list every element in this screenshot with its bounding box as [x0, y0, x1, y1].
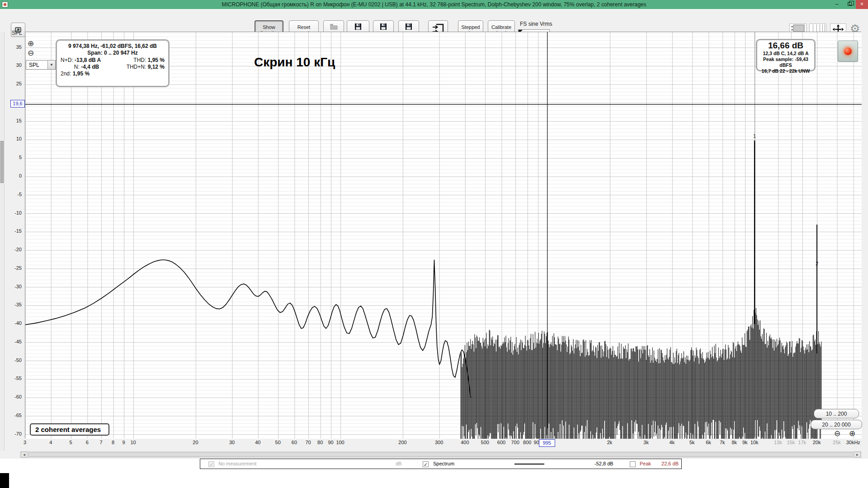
y-tick-label: -45	[5, 339, 22, 344]
x-tick-label: 300	[429, 440, 449, 445]
folder-icon	[330, 23, 338, 30]
restore-icon	[848, 2, 852, 6]
y-tick-label: -25	[5, 265, 22, 271]
x-tick-label: 10k	[745, 440, 764, 445]
app-window: MICROPHONE (Общая громкость) R on Микроф…	[0, 0, 868, 488]
peak-level-value: 22,6 dB	[643, 461, 679, 466]
x-tick-label: 400	[455, 440, 475, 445]
y-tick-label: -50	[5, 357, 22, 363]
level-weighted-values: 12,3 dB C, 14,2 dB A	[757, 51, 814, 56]
no-measurement-label: No measurement	[218, 461, 256, 466]
x-tick-label: 100	[330, 440, 350, 445]
y-tick-label: -5	[5, 192, 22, 197]
spectrum-label: Spectrum	[433, 461, 454, 466]
measurement-info-box: 9 974,38 Hz, -61,02 dBFS, 16,62 dB Span:…	[56, 39, 170, 87]
span-line: Span: 0 .. 20 947 Hz	[61, 50, 165, 56]
spectrum-plot-area[interactable]: 12	[25, 32, 861, 438]
spectrum-level-value: -52,8 dB	[594, 461, 613, 466]
floppy-icon	[406, 23, 412, 30]
x-tick-label: 4	[41, 440, 61, 445]
scale-mode-dropdown[interactable]: SPL ▼	[26, 60, 56, 70]
nd-row: N+D: -13,8 dB A	[61, 57, 113, 64]
zoom-out-x-button[interactable]: ⊖	[834, 430, 840, 437]
zoom-in-button[interactable]: ⊕	[28, 40, 34, 47]
window-corner-block	[0, 473, 9, 488]
y-tick-label: -35	[5, 302, 22, 307]
cursor-measurement-line: 9 974,38 Hz, -61,02 dBFS, 16,62 dB	[61, 43, 165, 49]
x-tick-label: 3k	[636, 440, 656, 445]
y-tick-label: -65	[5, 413, 22, 418]
y-tick-label: -10	[5, 210, 22, 216]
n-row: N: -4,4 dB	[61, 64, 113, 70]
titlebar[interactable]: MICROPHONE (Общая громкость) R on Микроф…	[0, 0, 868, 9]
peak-marker-label: 2	[816, 261, 818, 266]
zoom-in-x-button[interactable]: ⊕	[849, 430, 855, 437]
vertical-scrollbar[interactable]	[0, 32, 5, 451]
x-tick-label: 200	[392, 440, 412, 445]
status-bar: ✓ No measurement dB ✓ Spectrum -52,8 dB …	[200, 459, 682, 469]
floppy-icon	[380, 23, 387, 30]
x-tick-label: 30	[222, 440, 242, 445]
peak-sample-value: Peak sample: -59,43 dBFS	[757, 56, 814, 68]
y-tick-label: -70	[5, 431, 22, 436]
y-tick-label: 30	[5, 62, 22, 68]
y-axis-title: SPL	[12, 30, 22, 36]
y-tick-label: -20	[5, 247, 22, 252]
minimize-button[interactable]: –	[830, 0, 843, 9]
scale-mode-value: SPL	[26, 62, 47, 68]
level-cursor-readout: 19,6	[10, 100, 25, 108]
y-tick-label: 5	[5, 155, 22, 160]
user-annotation: Скрин 10 кГц	[254, 55, 335, 70]
range-20-20000-button[interactable]: 20 .. 20 000	[811, 420, 862, 429]
x-tick-label: 3	[15, 440, 35, 445]
y-tick-label: -40	[5, 320, 22, 326]
thdn-row: THD+N: 9,12 %	[113, 64, 165, 70]
record-button[interactable]	[838, 41, 858, 62]
x-tick-label: 10	[123, 440, 143, 445]
x-tick-label: 2k	[600, 440, 620, 445]
frequency-cursor-readout: 995	[539, 439, 555, 447]
spectrum-plot[interactable]: 12	[25, 32, 862, 439]
floppy-icon	[355, 23, 361, 30]
y-tick-label: 10	[5, 136, 22, 141]
y-tick-label: 15	[5, 118, 22, 123]
x-tick-label: 20	[185, 440, 205, 445]
averages-badge: 2 coherent averages	[30, 423, 109, 436]
range-10-200-button[interactable]: 10 .. 200	[814, 409, 859, 418]
zoom-out-button[interactable]: ⊖	[28, 49, 34, 57]
x-tick-label: 40	[248, 440, 268, 445]
db-unit-label: dB	[396, 461, 401, 466]
x-tick-label: 20k	[807, 440, 827, 445]
app-icon	[2, 1, 8, 8]
peak-marker-label: 1	[753, 133, 756, 139]
level-unweighted-value: 16,7 dB 22 - 22k UNW	[757, 68, 814, 74]
window-title: MICROPHONE (Общая громкость) R on Микроф…	[0, 0, 868, 9]
fs-sine-vrms-label: FS sine Vrms	[520, 21, 552, 27]
x-tick-label: 4k	[662, 440, 682, 445]
scroll-left-arrow[interactable]: ◄	[21, 452, 28, 457]
level-readout-box: 16,66 dB 12,3 dB C, 14,2 dB A Peak sampl…	[756, 39, 816, 71]
y-tick-label: -60	[5, 394, 22, 399]
peak-checkbox[interactable]	[630, 461, 636, 467]
chevron-down-icon: ▼	[47, 61, 55, 69]
second-harmonic-row: 2nd: 1,95 %	[61, 70, 113, 77]
y-tick-label: -55	[5, 375, 22, 381]
x-tick-label: 30kHz	[843, 440, 863, 445]
thd-row: THD: 1,95 %	[113, 57, 165, 64]
y-tick-label: -30	[5, 284, 22, 289]
spectrum-line-swatch	[514, 464, 544, 465]
scroll-right-arrow[interactable]: ►	[854, 452, 861, 457]
vertical-scrollbar-thumb[interactable]	[0, 141, 4, 183]
horizontal-scrollbar[interactable]: ◄ ►	[20, 451, 861, 458]
restore-button[interactable]	[843, 0, 856, 9]
toolbar: Show distortion Reset averaging WAV Curr…	[0, 9, 868, 32]
y-tick-label: 35	[5, 44, 22, 50]
bottom-panel: ✓ No measurement dB ✓ Spectrum -52,8 dB …	[0, 459, 868, 488]
spectrum-checkbox[interactable]: ✓	[423, 461, 429, 467]
horizontal-scrollbar-thumb[interactable]	[28, 452, 854, 457]
no-measurement-checkbox[interactable]: ✓	[208, 461, 214, 467]
y-tick-label: 0	[5, 173, 22, 178]
level-main-value: 16,66 dB	[757, 41, 814, 51]
close-button[interactable]: ×	[856, 0, 868, 9]
record-icon	[844, 47, 852, 55]
